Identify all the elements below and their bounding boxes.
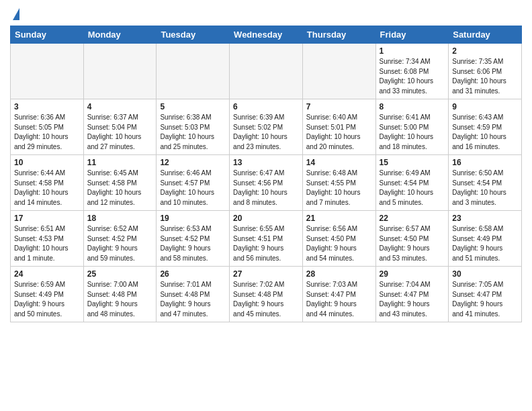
day-info: Sunrise: 7:00 AMSunset: 4:48 PMDaylight:…: [87, 280, 153, 319]
day-info: Sunrise: 6:47 AMSunset: 4:56 PMDaylight:…: [233, 169, 299, 208]
day-cell-11: 11Sunrise: 6:45 AMSunset: 4:58 PMDayligh…: [83, 155, 157, 211]
col-header-sunday: Sunday: [11, 26, 84, 44]
day-info: Sunrise: 7:35 AMSunset: 6:06 PMDaylight:…: [452, 57, 518, 96]
day-info: Sunrise: 6:44 AMSunset: 4:58 PMDaylight:…: [14, 169, 80, 208]
day-info: Sunrise: 6:41 AMSunset: 5:00 PMDaylight:…: [380, 113, 445, 152]
day-info: Sunrise: 7:03 AMSunset: 4:47 PMDaylight:…: [306, 280, 372, 319]
header-row: SundayMondayTuesdayWednesdayThursdayFrid…: [11, 26, 522, 44]
col-header-friday: Friday: [375, 26, 449, 44]
day-cell-25: 25Sunrise: 7:00 AMSunset: 4:48 PMDayligh…: [83, 267, 157, 322]
day-number: 6: [233, 102, 299, 111]
day-cell-4: 4Sunrise: 6:37 AMSunset: 5:04 PMDaylight…: [83, 99, 157, 155]
day-info: Sunrise: 6:53 AMSunset: 4:52 PMDaylight:…: [160, 224, 226, 263]
day-number: 17: [14, 214, 80, 223]
day-number: 1: [380, 46, 445, 56]
empty-cell: [302, 44, 375, 99]
day-cell-30: 30Sunrise: 7:05 AMSunset: 4:47 PMDayligh…: [449, 267, 522, 322]
day-number: 15: [380, 158, 445, 167]
day-info: Sunrise: 6:57 AMSunset: 4:50 PMDaylight:…: [380, 224, 445, 263]
day-cell-24: 24Sunrise: 6:59 AMSunset: 4:49 PMDayligh…: [11, 267, 84, 322]
day-cell-13: 13Sunrise: 6:47 AMSunset: 4:56 PMDayligh…: [230, 155, 303, 211]
day-info: Sunrise: 7:01 AMSunset: 4:48 PMDaylight:…: [160, 280, 226, 319]
day-cell-10: 10Sunrise: 6:44 AMSunset: 4:58 PMDayligh…: [11, 155, 84, 211]
day-cell-18: 18Sunrise: 6:52 AMSunset: 4:52 PMDayligh…: [83, 211, 157, 267]
header: [10, 7, 522, 20]
day-cell-21: 21Sunrise: 6:56 AMSunset: 4:50 PMDayligh…: [302, 211, 375, 267]
day-number: 8: [380, 102, 445, 111]
day-cell-16: 16Sunrise: 6:50 AMSunset: 4:54 PMDayligh…: [449, 155, 522, 211]
day-info: Sunrise: 6:58 AMSunset: 4:49 PMDaylight:…: [452, 224, 518, 263]
week-row-5: 24Sunrise: 6:59 AMSunset: 4:49 PMDayligh…: [11, 267, 522, 322]
day-cell-5: 5Sunrise: 6:38 AMSunset: 5:03 PMDaylight…: [157, 99, 230, 155]
day-info: Sunrise: 7:05 AMSunset: 4:47 PMDaylight:…: [452, 280, 518, 319]
col-header-saturday: Saturday: [449, 26, 522, 44]
day-info: Sunrise: 6:49 AMSunset: 4:54 PMDaylight:…: [380, 169, 445, 208]
day-cell-28: 28Sunrise: 7:03 AMSunset: 4:47 PMDayligh…: [302, 267, 375, 322]
day-number: 12: [160, 158, 226, 167]
day-cell-3: 3Sunrise: 6:36 AMSunset: 5:05 PMDaylight…: [11, 99, 84, 155]
empty-cell: [157, 44, 230, 99]
day-cell-26: 26Sunrise: 7:01 AMSunset: 4:48 PMDayligh…: [157, 267, 230, 322]
day-cell-1: 1Sunrise: 7:34 AMSunset: 6:08 PMDaylight…: [375, 44, 449, 99]
col-header-tuesday: Tuesday: [157, 26, 230, 44]
day-number: 5: [160, 102, 226, 111]
calendar-table: SundayMondayTuesdayWednesdayThursdayFrid…: [10, 26, 522, 322]
day-number: 27: [233, 269, 299, 279]
day-number: 2: [452, 46, 518, 56]
day-cell-17: 17Sunrise: 6:51 AMSunset: 4:53 PMDayligh…: [11, 211, 84, 267]
week-row-2: 3Sunrise: 6:36 AMSunset: 5:05 PMDaylight…: [11, 99, 522, 155]
col-header-wednesday: Wednesday: [230, 26, 303, 44]
day-cell-15: 15Sunrise: 6:49 AMSunset: 4:54 PMDayligh…: [375, 155, 449, 211]
col-header-thursday: Thursday: [302, 26, 375, 44]
empty-cell: [230, 44, 303, 99]
calendar-page: SundayMondayTuesdayWednesdayThursdayFrid…: [0, 0, 532, 332]
day-number: 28: [306, 269, 372, 279]
day-cell-12: 12Sunrise: 6:46 AMSunset: 4:57 PMDayligh…: [157, 155, 230, 211]
day-number: 13: [233, 158, 299, 167]
day-info: Sunrise: 7:02 AMSunset: 4:48 PMDaylight:…: [233, 280, 299, 319]
day-cell-2: 2Sunrise: 7:35 AMSunset: 6:06 PMDaylight…: [449, 44, 522, 99]
day-number: 10: [14, 158, 80, 167]
day-info: Sunrise: 6:50 AMSunset: 4:54 PMDaylight:…: [452, 169, 518, 208]
day-info: Sunrise: 6:55 AMSunset: 4:51 PMDaylight:…: [233, 224, 299, 263]
day-cell-8: 8Sunrise: 6:41 AMSunset: 5:00 PMDaylight…: [375, 99, 449, 155]
day-info: Sunrise: 7:04 AMSunset: 4:47 PMDaylight:…: [380, 280, 445, 319]
day-number: 25: [87, 269, 153, 279]
logo-triangle-icon: [13, 8, 19, 20]
day-info: Sunrise: 6:36 AMSunset: 5:05 PMDaylight:…: [14, 113, 80, 152]
day-info: Sunrise: 6:46 AMSunset: 4:57 PMDaylight:…: [160, 169, 226, 208]
day-number: 14: [306, 158, 372, 167]
day-cell-6: 6Sunrise: 6:39 AMSunset: 5:02 PMDaylight…: [230, 99, 303, 155]
day-number: 3: [14, 102, 80, 111]
day-cell-9: 9Sunrise: 6:43 AMSunset: 4:59 PMDaylight…: [449, 99, 522, 155]
day-info: Sunrise: 6:59 AMSunset: 4:49 PMDaylight:…: [14, 280, 80, 319]
day-info: Sunrise: 6:52 AMSunset: 4:52 PMDaylight:…: [87, 224, 153, 263]
empty-cell: [83, 44, 157, 99]
day-number: 16: [452, 158, 518, 167]
day-number: 18: [87, 214, 153, 223]
day-number: 29: [380, 269, 445, 279]
day-cell-20: 20Sunrise: 6:55 AMSunset: 4:51 PMDayligh…: [230, 211, 303, 267]
day-number: 30: [452, 269, 518, 279]
day-info: Sunrise: 6:43 AMSunset: 4:59 PMDaylight:…: [452, 113, 518, 152]
day-cell-29: 29Sunrise: 7:04 AMSunset: 4:47 PMDayligh…: [375, 267, 449, 322]
day-number: 20: [233, 214, 299, 223]
week-row-4: 17Sunrise: 6:51 AMSunset: 4:53 PMDayligh…: [11, 211, 522, 267]
logo-text-block: [10, 7, 19, 20]
day-number: 11: [87, 158, 153, 167]
day-info: Sunrise: 6:45 AMSunset: 4:58 PMDaylight:…: [87, 169, 153, 208]
day-info: Sunrise: 7:34 AMSunset: 6:08 PMDaylight:…: [380, 57, 445, 96]
day-info: Sunrise: 6:56 AMSunset: 4:50 PMDaylight:…: [306, 224, 372, 263]
day-info: Sunrise: 6:37 AMSunset: 5:04 PMDaylight:…: [87, 113, 153, 152]
day-cell-14: 14Sunrise: 6:48 AMSunset: 4:55 PMDayligh…: [302, 155, 375, 211]
day-number: 22: [380, 214, 445, 223]
day-info: Sunrise: 6:51 AMSunset: 4:53 PMDaylight:…: [14, 224, 80, 263]
logo: [10, 7, 19, 20]
day-number: 26: [160, 269, 226, 279]
day-number: 4: [87, 102, 153, 111]
day-info: Sunrise: 6:40 AMSunset: 5:01 PMDaylight:…: [306, 113, 372, 152]
day-info: Sunrise: 6:39 AMSunset: 5:02 PMDaylight:…: [233, 113, 299, 152]
day-number: 21: [306, 214, 372, 223]
empty-cell: [11, 44, 84, 99]
day-number: 24: [14, 269, 80, 279]
